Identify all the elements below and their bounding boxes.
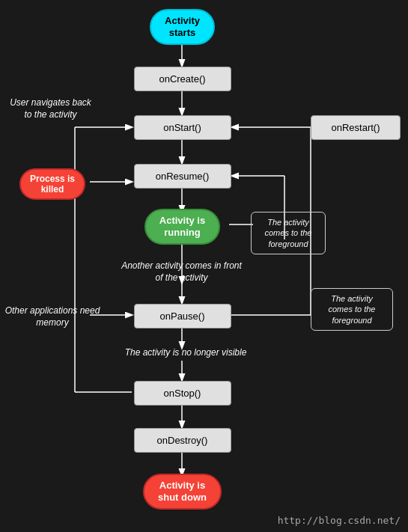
watermark: http://blog.csdn.net/ <box>278 515 401 526</box>
onpause-label: onPause() <box>134 304 231 328</box>
onstart-label: onStart() <box>134 115 231 140</box>
onpause-node: onPause() <box>132 303 233 328</box>
other-apps-label: Other applications need memory <box>4 305 101 328</box>
activity-foreground-1-box: The activity comes to the foreground <box>251 212 326 254</box>
onrestart-node: onRestart() <box>311 114 401 140</box>
oncreate-label: onCreate() <box>134 67 231 91</box>
activity-foreground-2-box: The activity comes to the foreground <box>311 288 393 331</box>
no-longer-visible-label: The activity is no longer visible <box>111 347 261 359</box>
onresume-label: onResume() <box>134 164 231 189</box>
user-navigates-label: User navigates back to the activity <box>7 97 94 120</box>
ondestroy-node: onDestroy() <box>132 427 233 453</box>
oncreate-node: onCreate() <box>132 66 233 91</box>
activity-shutdown-label: Activity is shut down <box>143 474 222 509</box>
onstop-label: onStop() <box>134 381 231 406</box>
another-activity-label: Another activity comes in front of the a… <box>120 260 243 284</box>
activity-starts-node: Activity starts <box>132 10 233 43</box>
ondestroy-label: onDestroy() <box>134 428 231 453</box>
onstart-node: onStart() <box>132 114 233 140</box>
activity-running-node: Activity is running <box>132 212 233 242</box>
onresume-node: onResume() <box>132 163 233 189</box>
process-killed-node: Process is killed <box>7 169 97 199</box>
activity-shutdown-node: Activity is shut down <box>132 475 233 508</box>
activity-starts-label: Activity starts <box>150 9 215 44</box>
onstop-node: onStop() <box>132 380 233 406</box>
activity-running-label: Activity is running <box>144 209 220 244</box>
process-killed-label: Process is killed <box>19 168 85 201</box>
onrestart-label: onRestart() <box>311 115 401 140</box>
